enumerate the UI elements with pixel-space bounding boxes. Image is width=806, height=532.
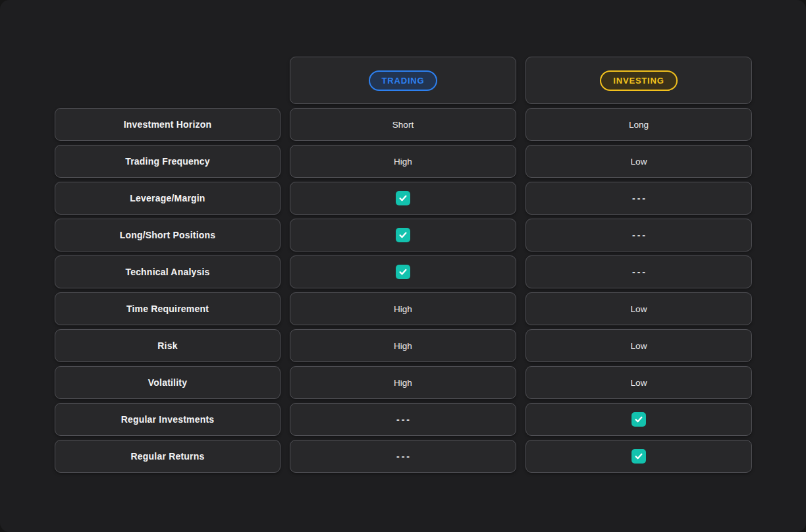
investing-value: Low (631, 304, 647, 314)
feature-label: Regular Investments (121, 414, 215, 425)
investing-value: Low (631, 157, 647, 167)
check-icon (396, 191, 410, 205)
feature-label: Risk (157, 340, 177, 351)
feature-label: Time Requirement (126, 304, 209, 314)
feature-cell: Risk (55, 329, 281, 362)
investing-value: Low (631, 341, 647, 351)
trading-value: Short (392, 120, 414, 130)
investing-value-cell: Long (525, 108, 752, 141)
trading-value: High (394, 157, 412, 167)
investing-value: --- (630, 267, 647, 277)
trading-value-cell: High (290, 145, 516, 178)
check-icon (396, 228, 410, 242)
trading-column-header: TRADING (290, 57, 516, 104)
feature-cell: Trading Frequency (55, 145, 281, 178)
investing-value-cell (525, 403, 752, 436)
trading-value: High (394, 378, 412, 388)
check-icon (396, 265, 410, 279)
check-icon (631, 412, 646, 427)
investing-value-cell: --- (525, 219, 752, 252)
trading-value-cell: --- (290, 403, 516, 436)
investing-value: Low (631, 378, 647, 388)
check-icon (631, 449, 646, 464)
trading-value-cell: --- (290, 440, 516, 473)
feature-cell: Long/Short Positions (55, 219, 281, 252)
feature-label: Technical Analysis (125, 267, 209, 277)
investing-value: --- (630, 193, 647, 203)
header-spacer (55, 57, 281, 104)
trading-value-cell (290, 255, 516, 288)
investing-value-cell (525, 440, 752, 473)
trading-value-cell: High (290, 329, 516, 362)
investing-value-cell: Low (525, 292, 752, 325)
feature-cell: Regular Returns (55, 440, 281, 473)
investing-value: --- (630, 230, 647, 240)
feature-label: Trading Frequency (125, 156, 210, 167)
trading-value-cell: High (290, 292, 516, 325)
feature-label: Investment Horizon (124, 119, 212, 130)
investing-column-header: INVESTING (525, 57, 752, 104)
trading-value: High (394, 341, 412, 351)
investing-value-cell: --- (525, 255, 752, 288)
feature-cell: Investment Horizon (55, 108, 281, 141)
feature-cell: Leverage/Margin (55, 182, 281, 215)
feature-cell: Volatility (55, 366, 281, 399)
comparison-table: TRADING INVESTING Investment HorizonShor… (55, 57, 752, 473)
feature-cell: Regular Investments (55, 403, 281, 436)
feature-label: Long/Short Positions (120, 230, 216, 240)
feature-cell: Time Requirement (55, 292, 281, 325)
investing-value-cell: --- (525, 182, 752, 215)
feature-label: Volatility (148, 377, 187, 388)
investing-value: Long (629, 120, 649, 130)
investing-value-cell: Low (525, 329, 752, 362)
investing-badge: INVESTING (600, 70, 677, 91)
feature-cell: Technical Analysis (55, 255, 281, 288)
investing-value-cell: Low (525, 366, 752, 399)
feature-label: Regular Returns (131, 451, 205, 462)
trading-value: --- (394, 414, 412, 425)
trading-badge: TRADING (369, 70, 438, 91)
trading-value-cell (290, 219, 516, 252)
trading-value-cell: Short (290, 108, 516, 141)
feature-label: Leverage/Margin (130, 193, 205, 203)
trading-value: High (394, 304, 412, 314)
trading-value-cell (290, 182, 516, 215)
trading-value-cell: High (290, 366, 516, 399)
comparison-page: TRADING INVESTING Investment HorizonShor… (0, 0, 806, 532)
investing-value-cell: Low (525, 145, 752, 178)
trading-value: --- (394, 451, 412, 462)
